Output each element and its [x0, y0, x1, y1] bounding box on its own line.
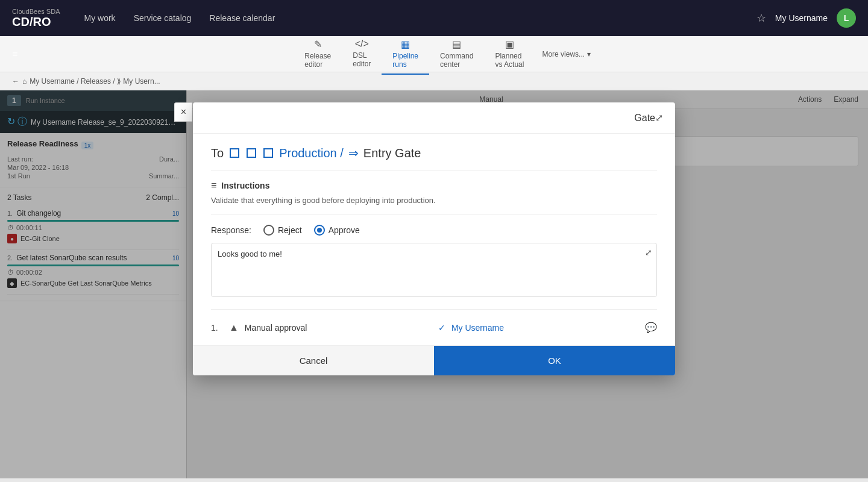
gate-entry: Entry Gate — [363, 146, 421, 160]
approval-user: My Username — [451, 323, 639, 333]
response-label: Response: — [211, 225, 251, 235]
tab-command-center-label: Commandcenter — [440, 52, 473, 69]
instructions-section: ≡ Instructions Validate that everything … — [211, 180, 657, 215]
approval-type-icon: ▲ — [229, 322, 239, 333]
nav-release-calendar[interactable]: Release calendar — [209, 13, 275, 23]
gate-prefix: To — [211, 146, 224, 160]
brand: CloudBees SDA CD/RO — [12, 8, 60, 29]
sidebar-toggle-btn[interactable]: ≡ — [12, 49, 36, 60]
toolbar-tabs: ✎ Releaseeditor </> DSLeditor ▦ Pipeline… — [36, 34, 856, 75]
gate-title-row: To Production / ⇒ Entry Gate — [211, 146, 657, 171]
approve-radio-circle — [314, 225, 325, 236]
approval-check-icon: ✓ — [438, 323, 445, 333]
gate-arrow-icon: ⇒ — [348, 146, 359, 160]
nav-my-work[interactable]: My work — [84, 13, 116, 23]
instructions-text: Validate that everything is good before … — [211, 196, 657, 205]
ok-button[interactable]: OK — [434, 346, 675, 375]
modal-body: To Production / ⇒ Entry Gate ≡ Instru — [193, 134, 675, 345]
breadcrumb-path: My Username / Releases / ⟫ My Usern... — [30, 77, 160, 86]
username-label: My Username — [775, 13, 828, 23]
pipeline-runs-icon: ▦ — [401, 39, 410, 50]
reject-radio[interactable]: Reject — [263, 225, 302, 236]
comment-box[interactable]: Looks good to me! — [211, 243, 657, 297]
breadcrumb: ← ⌂ My Username / Releases / ⟫ My Usern.… — [0, 72, 868, 90]
tab-more-label: More views... — [542, 50, 585, 58]
response-row: Response: Reject Approve — [211, 225, 657, 236]
approval-num: 1. — [211, 323, 223, 333]
tab-dsl-editor[interactable]: </> DSLeditor — [342, 34, 382, 74]
approve-label: Approve — [329, 225, 360, 235]
approval-message-icon[interactable]: 💬 — [645, 322, 657, 333]
release-editor-icon: ✎ — [314, 39, 322, 50]
tab-release-editor-label: Releaseeditor — [304, 52, 331, 69]
chevron-down-icon: ▾ — [587, 50, 591, 58]
approve-radio[interactable]: Approve — [314, 225, 360, 236]
instructions-icon: ≡ — [211, 180, 216, 191]
toolbar: ≡ ✎ Releaseeditor </> DSLeditor ▦ Pipeli… — [0, 36, 868, 72]
approval-row: 1. ▲ Manual approval ✓ My Username 💬 — [211, 322, 657, 333]
tab-more[interactable]: More views... ▾ — [535, 45, 598, 63]
approval-label: Manual approval — [245, 323, 432, 333]
reject-label: Reject — [278, 225, 302, 235]
gate-production: Production / — [279, 146, 344, 160]
command-center-icon: ▤ — [452, 39, 461, 50]
breadcrumb-home[interactable]: ⌂ — [22, 77, 27, 86]
top-nav: CloudBees SDA CD/RO My work Service cata… — [0, 0, 868, 36]
comment-box-wrapper: Looks good to me! ⤢ — [211, 243, 657, 299]
response-section: Response: Reject Approve Looks goo — [211, 225, 657, 310]
modal-footer: Cancel OK — [193, 345, 675, 375]
expand-modal-icon[interactable]: ⤢ — [655, 112, 663, 124]
modal-title: Gate — [634, 113, 655, 124]
approval-section: 1. ▲ Manual approval ✓ My Username 💬 — [211, 319, 657, 333]
menu-icon: ≡ — [12, 49, 17, 60]
modal-backdrop[interactable]: × Gate ⤢ To — [0, 90, 868, 478]
comment-expand-icon[interactable]: ⤢ — [645, 248, 652, 257]
modal-header: Gate ⤢ — [193, 102, 675, 134]
cube-icon-2 — [247, 148, 256, 158]
tab-dsl-editor-label: DSLeditor — [353, 51, 371, 68]
brand-main: CD/RO — [12, 15, 60, 29]
tab-release-editor[interactable]: ✎ Releaseeditor — [294, 34, 342, 75]
instructions-header: ≡ Instructions — [211, 180, 657, 191]
nav-links: My work Service catalog Release calendar — [84, 13, 732, 23]
modal-wrapper: × Gate ⤢ To — [193, 102, 675, 375]
breadcrumb-home-icon[interactable]: ← — [12, 77, 19, 86]
modal-header-icons: ⤢ — [655, 112, 663, 124]
nav-service-catalog[interactable]: Service catalog — [134, 13, 192, 23]
star-icon[interactable]: ☆ — [756, 11, 766, 25]
cube-icon-1 — [230, 148, 239, 158]
cancel-button[interactable]: Cancel — [193, 346, 434, 375]
tab-pipeline-runs-label: Pipelineruns — [392, 52, 418, 69]
avatar: L — [837, 8, 856, 28]
tab-planned-actual-label: Plannedvs Actual — [495, 52, 524, 69]
cube-icon-3 — [263, 148, 273, 158]
brand-sub: CloudBees SDA — [12, 8, 60, 15]
gate-modal: Gate ⤢ To Production / ⇒ — [193, 102, 675, 375]
close-outer-btn[interactable]: × — [174, 102, 192, 122]
reject-radio-circle — [263, 225, 274, 236]
main-area: 1 Run Instance ↻ ⓘ My Username Release_s… — [0, 90, 868, 478]
tab-pipeline-runs[interactable]: ▦ Pipelineruns — [382, 34, 429, 75]
nav-right: ☆ My Username L — [756, 8, 856, 28]
instructions-label: Instructions — [221, 181, 269, 190]
planned-actual-icon: ▣ — [505, 39, 514, 50]
tab-command-center[interactable]: ▤ Commandcenter — [429, 34, 484, 75]
tab-planned-actual[interactable]: ▣ Plannedvs Actual — [484, 34, 535, 75]
dsl-editor-icon: </> — [355, 39, 369, 49]
